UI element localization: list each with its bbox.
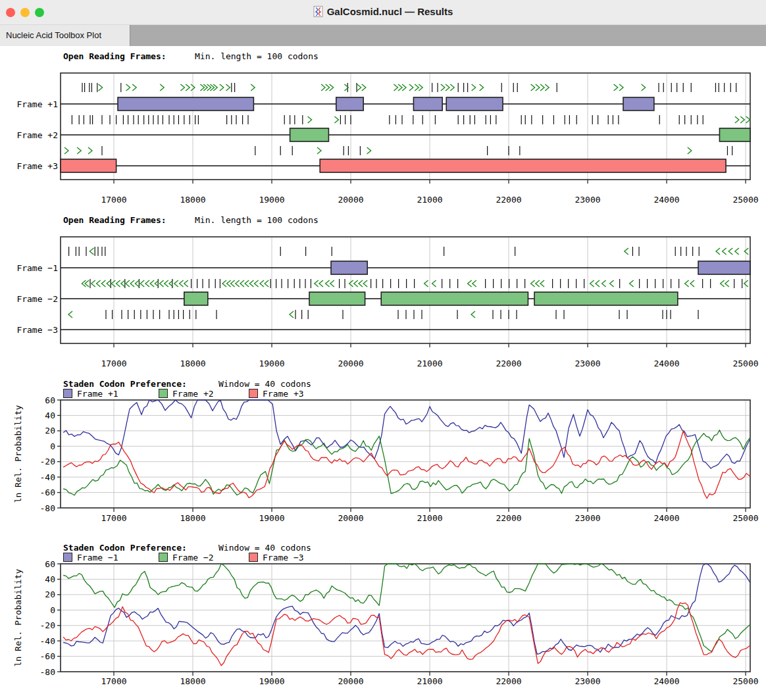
start-codon-arrow xyxy=(236,280,240,287)
start-codon-arrow xyxy=(450,84,454,91)
start-codon-arrow xyxy=(367,147,371,154)
start-codon-arrow xyxy=(130,280,134,287)
start-codon-arrow xyxy=(231,280,235,287)
start-codon-arrow xyxy=(319,280,323,287)
start-codon-arrow xyxy=(326,84,330,91)
start-codon-arrow xyxy=(126,84,130,91)
start-codon-arrow xyxy=(596,280,600,287)
start-codon-arrow xyxy=(690,280,694,287)
start-codon-arrow xyxy=(121,280,125,287)
start-codon-arrow xyxy=(685,280,689,287)
y-axis-tick-label: 40 xyxy=(45,411,55,420)
orf-box xyxy=(623,97,654,111)
y-axis-tick-label: -40 xyxy=(40,636,55,646)
start-codon-arrow xyxy=(728,248,732,255)
start-codon-arrow xyxy=(251,84,255,91)
orf-panel-1: 1700018000190002000021000220002300024000… xyxy=(16,73,758,205)
start-codon-arrow xyxy=(610,280,614,287)
start-codon-arrow xyxy=(135,280,139,287)
start-codon-arrow xyxy=(590,280,594,287)
x-axis-label: 24000 xyxy=(653,359,679,368)
start-codon-arrow xyxy=(540,280,544,287)
x-axis-label: 19000 xyxy=(259,513,284,523)
start-codon-arrow xyxy=(186,84,190,91)
orf-box xyxy=(331,261,367,274)
start-codon-arrow xyxy=(245,280,249,287)
start-codon-arrow xyxy=(468,280,472,287)
orf-box xyxy=(118,97,253,111)
x-axis-label: 20000 xyxy=(338,195,363,205)
start-codon-arrow xyxy=(160,280,164,287)
start-codon-arrow xyxy=(723,248,727,255)
plots-canvas: 1700018000190002000021000220002300024000… xyxy=(0,46,766,700)
x-axis-label: 22000 xyxy=(496,513,521,523)
orf-box xyxy=(184,292,208,305)
start-codon-arrow xyxy=(349,280,353,287)
start-codon-arrow xyxy=(602,280,606,287)
y-axis-tick-label: 60 xyxy=(45,395,55,405)
x-axis-label: 21000 xyxy=(417,195,442,205)
start-codon-arrow xyxy=(165,280,168,287)
start-codon-arrow xyxy=(642,84,646,91)
start-codon-arrow xyxy=(480,84,484,91)
orf-box xyxy=(698,261,750,274)
start-codon-arrow xyxy=(85,280,89,287)
start-codon-arrow xyxy=(200,84,204,91)
start-codon-arrow xyxy=(354,280,358,287)
start-codon-arrow xyxy=(317,147,321,154)
start-codon-arrow xyxy=(744,280,748,287)
start-codon-arrow xyxy=(744,248,748,255)
x-axis-label: 24000 xyxy=(653,513,679,523)
start-codon-arrow xyxy=(89,248,93,255)
x-axis-label: 18000 xyxy=(180,676,205,686)
x-axis-label: 20000 xyxy=(338,513,363,523)
start-codon-arrow xyxy=(625,248,628,255)
frame-label: Frame −2 xyxy=(16,294,58,304)
x-axis-label: 22000 xyxy=(496,676,521,686)
start-codon-arrow xyxy=(334,116,338,123)
start-codon-arrow xyxy=(222,280,226,287)
plot-border xyxy=(61,564,750,672)
start-codon-arrow xyxy=(398,84,402,91)
start-codon-arrow xyxy=(363,280,367,287)
start-codon-arrow xyxy=(126,280,130,287)
start-codon-arrow xyxy=(545,84,549,91)
start-codon-arrow xyxy=(409,84,413,91)
x-axis-label: 21000 xyxy=(417,359,442,368)
x-axis-label: 18000 xyxy=(180,359,205,368)
tab-nucleic-acid-toolbox-plot[interactable]: Nucleic Acid Toolbox Plot xyxy=(0,25,130,46)
orf-box xyxy=(534,292,678,305)
start-codon-arrow xyxy=(716,248,720,255)
start-codon-arrow xyxy=(226,84,230,91)
x-axis-label: 20000 xyxy=(338,359,363,368)
orf-box xyxy=(381,292,528,305)
start-codon-arrow xyxy=(160,84,164,91)
start-codon-arrow xyxy=(240,280,244,287)
y-axis-tick-label: 0 xyxy=(50,605,55,615)
start-codon-arrow xyxy=(97,280,101,287)
start-codon-arrow xyxy=(472,280,476,287)
x-axis-label: 17000 xyxy=(101,513,126,523)
start-codon-arrow xyxy=(116,280,120,287)
start-codon-arrow xyxy=(88,147,92,154)
x-axis-label: 19000 xyxy=(259,676,284,686)
start-codon-arrow xyxy=(174,280,178,287)
start-codon-arrow xyxy=(735,116,739,123)
orf-box xyxy=(413,97,442,111)
results-content: Open Reading Frames: Min. length = 100 c… xyxy=(0,46,766,700)
start-codon-arrow xyxy=(330,280,334,287)
x-axis-label: 25000 xyxy=(732,676,758,686)
start-codon-arrow xyxy=(180,280,184,287)
series-frame-−2 xyxy=(63,564,750,652)
y-axis-tick-label: -60 xyxy=(40,651,55,661)
start-codon-arrow xyxy=(77,147,81,154)
x-axis-label: 17000 xyxy=(101,359,126,368)
orf-box xyxy=(320,159,726,172)
series-frame-+3 xyxy=(63,431,750,499)
x-axis-label: 23000 xyxy=(574,359,600,368)
start-codon-arrow xyxy=(394,84,397,91)
orf-box xyxy=(336,97,363,111)
start-codon-arrow xyxy=(68,311,72,318)
start-codon-arrow xyxy=(614,84,618,91)
start-codon-arrow xyxy=(255,280,259,287)
